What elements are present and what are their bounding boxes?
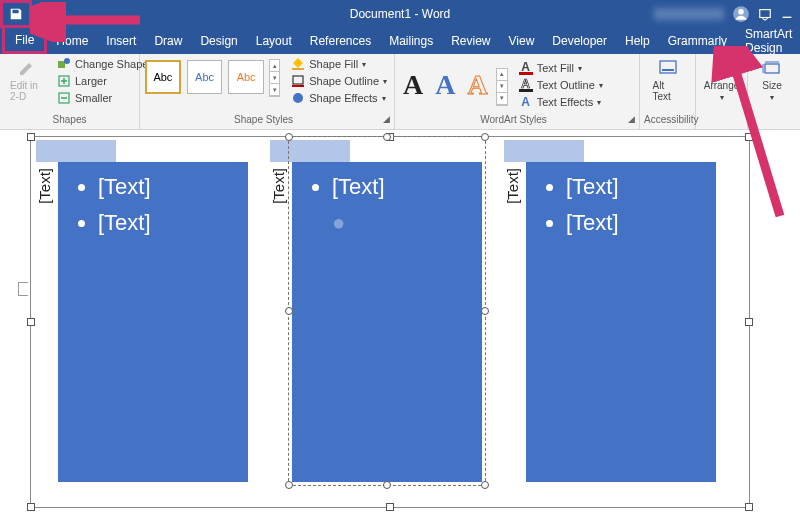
larger-icon — [57, 74, 71, 88]
smaller-icon — [57, 91, 71, 105]
svg-rect-14 — [660, 61, 676, 73]
shape-effects-icon — [291, 91, 305, 105]
svg-rect-10 — [292, 68, 304, 70]
shape-style-preset-2[interactable]: Abc — [187, 60, 223, 94]
list-item[interactable]: [Text] — [566, 174, 619, 200]
svg-rect-17 — [720, 66, 730, 76]
document-title: Document1 - Word — [350, 7, 450, 21]
alt-text-label: Alt Text — [653, 80, 683, 102]
shape-outline-icon — [291, 74, 305, 88]
svg-rect-18 — [765, 64, 779, 73]
edit-in-2d-label: Edit in 2-D — [10, 80, 44, 102]
tab-file[interactable]: File — [2, 28, 47, 54]
svg-point-13 — [293, 93, 303, 103]
ribbon: Edit in 2-D Change Shape ▾ Larger Smalle… — [0, 54, 800, 130]
window-controls — [654, 5, 800, 23]
dialog-launcher-icon[interactable]: ◢ — [383, 114, 390, 124]
arrange-icon — [712, 58, 732, 78]
save-icon — [9, 7, 23, 21]
smartart-shape-3-title[interactable]: [Text] — [504, 168, 521, 204]
wordart-preset-1[interactable]: A — [399, 69, 427, 101]
alt-text-icon — [658, 58, 678, 78]
text-fill-button[interactable]: A Text Fill▾ — [516, 60, 606, 76]
larger-label: Larger — [75, 75, 107, 87]
smartart-shape-1-title[interactable]: [Text] — [36, 168, 53, 204]
tab-layout[interactable]: Layout — [247, 28, 301, 54]
ribbon-tabs: File Home Insert Draw Design Layout Refe… — [0, 28, 800, 54]
list-item[interactable]: [Text] — [98, 210, 151, 236]
svg-rect-3 — [783, 17, 792, 18]
smaller-label: Smaller — [75, 92, 112, 104]
shape-fill-button[interactable]: Shape Fill▾ — [288, 56, 390, 72]
page-margin-icon — [18, 282, 28, 296]
text-outline-icon: A — [519, 78, 533, 92]
shape-style-gallery-scroll[interactable]: ▴▾▾ — [269, 59, 280, 97]
tab-smartart-design[interactable]: SmartArt Design — [736, 28, 800, 54]
smartart-shape-1-list[interactable]: [Text] [Text] — [74, 174, 151, 246]
smartart-shape-3[interactable]: [Text] [Text] — [526, 162, 716, 482]
shape-fill-icon — [291, 57, 305, 71]
edit-in-2d-button[interactable]: Edit in 2-D — [4, 56, 50, 104]
size-button[interactable]: Size ▾ — [756, 56, 788, 104]
wordart-preset-3[interactable]: A — [463, 69, 491, 101]
chevron-down-icon: ▾ — [770, 93, 774, 102]
arrange-button[interactable]: Arrange ▾ — [698, 56, 746, 104]
tab-home[interactable]: Home — [47, 28, 97, 54]
tab-draw[interactable]: Draw — [145, 28, 191, 54]
svg-rect-12 — [292, 85, 304, 87]
text-effects-icon: A — [519, 95, 533, 109]
text-outline-button[interactable]: A Text Outline▾ — [516, 77, 606, 93]
wordart-preset-2[interactable]: A — [431, 69, 459, 101]
change-shape-label: Change Shape — [75, 58, 148, 70]
shape-styles-group-label: Shape Styles ◢ — [144, 114, 390, 128]
text-effects-button[interactable]: A Text Effects▾ — [516, 94, 606, 110]
tab-mailings[interactable]: Mailings — [380, 28, 442, 54]
smartart-shape-3-tab[interactable] — [504, 140, 584, 162]
shape-effects-button[interactable]: Shape Effects▾ — [288, 90, 390, 106]
tab-insert[interactable]: Insert — [97, 28, 145, 54]
size-label: Size — [762, 80, 781, 91]
ribbon-options-icon[interactable] — [758, 7, 772, 21]
document-canvas[interactable]: [Text] [Text] [Text] [Text] ● [Text] [Te… — [0, 130, 800, 531]
user-name[interactable] — [654, 8, 724, 20]
smartart-shape-1[interactable]: [Text] [Text] — [58, 162, 248, 482]
tab-help[interactable]: Help — [616, 28, 659, 54]
pencil-icon — [17, 58, 37, 78]
list-item[interactable]: [Text] — [566, 210, 619, 236]
tab-design[interactable]: Design — [191, 28, 246, 54]
save-button[interactable] — [0, 0, 32, 28]
tab-developer[interactable]: Developer — [543, 28, 616, 54]
dialog-launcher-icon[interactable]: ◢ — [628, 114, 635, 124]
shape-outline-button[interactable]: Shape Outline▾ — [288, 73, 390, 89]
tab-references[interactable]: References — [301, 28, 380, 54]
wordart-gallery-scroll[interactable]: ▴▾▾ — [496, 68, 508, 106]
smartart-shape-2-title[interactable]: [Text] — [270, 168, 287, 204]
smartart-shape-2-selection[interactable] — [288, 136, 486, 486]
accessibility-group-label: Accessibility — [644, 114, 691, 128]
smartart-shape-3-list[interactable]: [Text] [Text] — [542, 174, 619, 246]
size-icon — [762, 58, 782, 78]
wordart-styles-group-label: WordArt Styles ◢ — [399, 114, 635, 128]
shape-effects-label: Shape Effects — [309, 92, 377, 104]
tab-view[interactable]: View — [500, 28, 544, 54]
tab-grammarly[interactable]: Grammarly — [659, 28, 736, 54]
svg-rect-11 — [293, 76, 303, 84]
smartart-shape-1-tab[interactable] — [36, 140, 116, 162]
shape-style-preset-3[interactable]: Abc — [228, 60, 264, 94]
arrange-label: Arrange — [704, 80, 740, 91]
svg-point-1 — [738, 9, 744, 15]
shape-outline-label: Shape Outline — [309, 75, 379, 87]
shape-style-preset-1[interactable]: Abc — [145, 60, 181, 94]
alt-text-button[interactable]: Alt Text — [647, 56, 689, 104]
tab-review[interactable]: Review — [442, 28, 499, 54]
title-bar: Document1 - Word — [0, 0, 800, 28]
svg-rect-15 — [662, 69, 674, 71]
svg-rect-2 — [760, 10, 771, 18]
text-fill-icon: A — [519, 61, 533, 75]
minimize-icon[interactable] — [780, 7, 794, 21]
user-avatar-icon[interactable] — [732, 5, 750, 23]
text-fill-label: Text Fill — [537, 62, 574, 74]
list-item[interactable]: [Text] — [98, 174, 151, 200]
shapes-group-label: Shapes — [4, 114, 135, 128]
svg-point-7 — [64, 58, 70, 64]
